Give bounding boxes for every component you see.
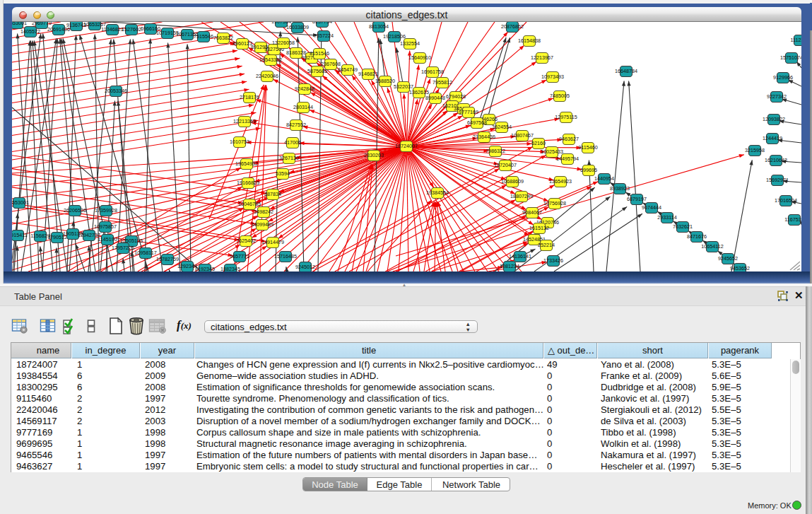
svg-text:12093822: 12093822 — [763, 116, 785, 122]
svg-text:9115460: 9115460 — [578, 144, 597, 151]
svg-text:9146821: 9146821 — [358, 71, 378, 77]
svg-text:16210643: 16210643 — [765, 157, 787, 163]
svg-text:18724007: 18724007 — [395, 143, 418, 149]
svg-text:1145190: 1145190 — [98, 236, 117, 243]
svg-text:7357224: 7357224 — [314, 33, 334, 39]
svg-text:8960123: 8960123 — [233, 40, 252, 47]
svg-text:10025433: 10025433 — [541, 148, 563, 155]
svg-text:14914479: 14914479 — [261, 239, 284, 245]
svg-text:9084067: 9084067 — [522, 209, 542, 216]
svg-text:10688609: 10688609 — [501, 178, 524, 185]
svg-text:34099489: 34099489 — [251, 221, 273, 228]
svg-text:15751074: 15751074 — [780, 54, 801, 61]
svg-text:887834: 887834 — [264, 191, 281, 197]
svg-text:9245652: 9245652 — [718, 255, 738, 262]
svg-text:1292344: 1292344 — [177, 263, 197, 269]
svg-text:16782759: 16782759 — [156, 256, 179, 262]
svg-text:8454749: 8454749 — [338, 66, 358, 73]
svg-text:10807467: 10807467 — [511, 132, 534, 139]
svg-text:11346821: 11346821 — [101, 26, 123, 33]
svg-text:17016504: 17016504 — [775, 197, 797, 204]
svg-text:699695: 699695 — [580, 167, 597, 173]
svg-text:10046785: 10046785 — [238, 201, 261, 207]
svg-text:1527602: 1527602 — [122, 26, 141, 33]
svg-text:1167534: 1167534 — [784, 216, 801, 223]
svg-text:15720407: 15720407 — [494, 162, 517, 168]
svg-text:10756928: 10756928 — [543, 200, 566, 206]
svg-text:1440954: 1440954 — [594, 175, 614, 182]
svg-text:22420046: 22420046 — [256, 73, 278, 79]
svg-text:12213369: 12213369 — [233, 118, 256, 124]
svg-text:9453652: 9453652 — [730, 265, 750, 271]
svg-text:13226058: 13226058 — [272, 40, 295, 46]
svg-text:8151546: 8151546 — [310, 50, 329, 57]
svg-text:1553001: 1553001 — [12, 199, 29, 206]
svg-text:9657771: 9657771 — [230, 253, 249, 259]
svg-text:16033809: 16033809 — [286, 24, 309, 30]
svg-text:62160: 62160 — [531, 140, 546, 146]
svg-text:1588520: 1588520 — [375, 78, 395, 84]
svg-text:8813054: 8813054 — [369, 23, 389, 30]
svg-text:20053346: 20053346 — [105, 88, 127, 94]
svg-text:7632621: 7632621 — [673, 223, 693, 230]
svg-text:17957225: 17957225 — [112, 245, 134, 251]
svg-text:9242848: 9242848 — [295, 86, 314, 92]
svg-text:17359928: 17359928 — [95, 207, 117, 214]
svg-text:9674444: 9674444 — [642, 204, 661, 211]
svg-text:8471676: 8471676 — [687, 233, 707, 240]
svg-text:8938923: 8938923 — [610, 185, 630, 192]
svg-text:15692971: 15692971 — [766, 177, 789, 183]
svg-text:19218506: 19218506 — [383, 33, 406, 40]
svg-text:12942737: 12942737 — [78, 232, 100, 238]
svg-text:3267130: 3267130 — [279, 155, 299, 161]
svg-text:1112384: 1112384 — [791, 37, 801, 43]
svg-text:3624554: 3624554 — [492, 124, 512, 130]
svg-text:10958117: 10958117 — [134, 250, 156, 256]
svg-text:18807249: 18807249 — [510, 193, 533, 199]
svg-text:9129966: 9129966 — [773, 74, 793, 81]
svg-text:2803144: 2803144 — [293, 104, 313, 110]
svg-text:6794028: 6794028 — [446, 93, 466, 100]
svg-text:7485005: 7485005 — [550, 93, 570, 99]
svg-text:2718176: 2718176 — [240, 94, 259, 100]
svg-text:1332554: 1332554 — [400, 40, 420, 47]
svg-text:7663822: 7663822 — [213, 35, 233, 41]
svg-text:1615132: 1615132 — [529, 225, 549, 231]
svg-text:9245012: 9245012 — [295, 264, 315, 270]
svg-text:12213967: 12213967 — [531, 54, 553, 61]
svg-text:3215958: 3215958 — [745, 147, 765, 153]
svg-text:16154838: 16154838 — [518, 37, 541, 44]
svg-text:7955812: 7955812 — [433, 79, 452, 86]
svg-text:9463627: 9463627 — [559, 136, 579, 142]
svg-text:14495794: 14495794 — [556, 156, 579, 162]
svg-text:13654923: 13654923 — [549, 178, 572, 185]
svg-text:2330203: 2330203 — [364, 152, 384, 158]
svg-text:1733426: 1733426 — [543, 257, 563, 264]
svg-text:6879197: 6879197 — [627, 196, 647, 202]
svg-text:16648784: 16648784 — [615, 68, 637, 74]
svg-text:8427552: 8427552 — [286, 122, 306, 128]
svg-text:1553001: 1553001 — [12, 22, 27, 26]
svg-text:1010753: 1010753 — [230, 139, 249, 145]
svg-text:1244419: 1244419 — [763, 135, 782, 141]
svg-text:7515546: 7515546 — [194, 33, 213, 40]
svg-text:1882345: 1882345 — [220, 266, 240, 271]
svg-text:14136141: 14136141 — [509, 253, 531, 259]
svg-text:8192345: 8192345 — [195, 266, 215, 271]
svg-text:417006: 417006 — [284, 139, 301, 146]
svg-text:9777169: 9777169 — [459, 109, 478, 115]
svg-text:20876862: 20876862 — [501, 23, 524, 30]
svg-text:21364436: 21364436 — [473, 134, 495, 140]
svg-text:9227342: 9227342 — [767, 93, 787, 100]
svg-text:2933114: 2933114 — [657, 214, 676, 221]
svg-text:1405572: 1405572 — [20, 28, 40, 35]
svg-text:1081234: 1081234 — [500, 263, 519, 269]
svg-text:19166825: 19166825 — [237, 180, 259, 186]
svg-text:8990448: 8990448 — [425, 95, 445, 101]
svg-text:19384554: 19384554 — [426, 189, 449, 196]
svg-text:19654932: 19654932 — [235, 160, 258, 167]
svg-text:3915411: 3915411 — [12, 232, 28, 238]
svg-text:3498242: 3498242 — [254, 209, 273, 215]
svg-text:10975857: 10975857 — [94, 223, 117, 230]
svg-text:252214: 252214 — [538, 242, 555, 248]
